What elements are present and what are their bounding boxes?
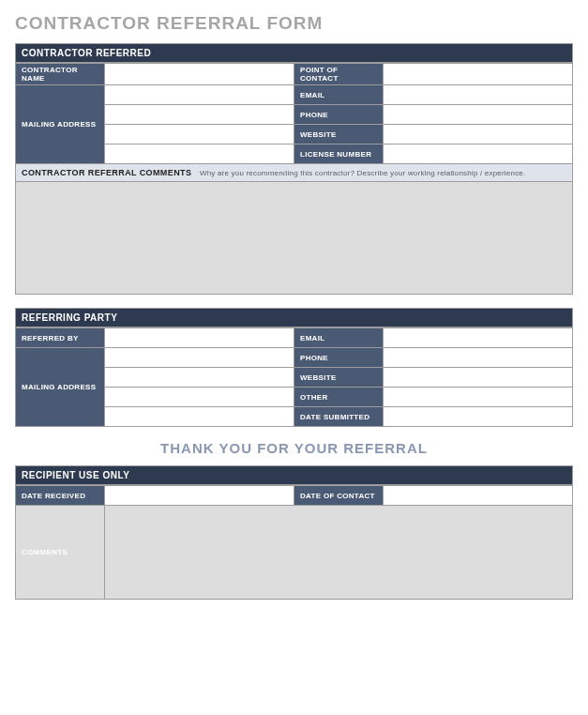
label-email-2: EMAIL (294, 328, 384, 348)
label-contractor-name: CONTRACTOR NAME (16, 64, 105, 85)
input-website-2[interactable] (384, 368, 573, 388)
label-date-received: DATE RECEIVED (16, 486, 105, 506)
comments-header: CONTRACTOR REFERRAL COMMENTS Why are you… (15, 164, 573, 182)
input-mailing-address-3[interactable] (105, 125, 294, 145)
section-header-referring-party: REFERRING PARTY (15, 308, 573, 327)
input-mailing-address-4[interactable] (105, 145, 294, 164)
label-phone: PHONE (294, 105, 384, 125)
input-website[interactable] (384, 125, 573, 145)
section-contractor-referred: CONTRACTOR REFERRED CONTRACTOR NAME POIN… (15, 43, 573, 295)
input-mailing-address-2-2[interactable] (105, 368, 294, 388)
input-date-submitted[interactable] (384, 407, 573, 427)
input-phone[interactable] (384, 105, 573, 125)
input-mailing-address-2[interactable] (105, 105, 294, 125)
recipient-table: DATE RECEIVED DATE OF CONTACT COMMENTS (15, 485, 573, 600)
input-date-of-contact[interactable] (384, 486, 573, 506)
section-header-recipient: RECIPIENT USE ONLY (15, 465, 573, 485)
label-date-submitted: DATE SUBMITTED (294, 407, 384, 427)
label-date-of-contact: DATE OF CONTACT (294, 486, 384, 506)
contractor-referred-table: CONTRACTOR NAME POINT OF CONTACT MAILING… (15, 63, 573, 164)
label-mailing-address-2: MAILING ADDRESS (16, 348, 105, 427)
input-email-2[interactable] (384, 328, 573, 348)
label-phone-2: PHONE (294, 348, 384, 368)
label-website-2: WEBSITE (294, 368, 384, 388)
input-mailing-address-1[interactable] (105, 85, 294, 105)
form-title: CONTRACTOR REFERRAL FORM (15, 13, 573, 34)
label-point-of-contact: POINT OF CONTACT (294, 64, 384, 85)
section-header-contractor-referred: CONTRACTOR REFERRED (15, 43, 573, 63)
section-referring-party: REFERRING PARTY REFERRED BY EMAIL MAILIN… (15, 308, 573, 427)
input-mailing-address-2-4[interactable] (105, 407, 294, 427)
input-mailing-address-2-3[interactable] (105, 388, 294, 407)
referring-party-table: REFERRED BY EMAIL MAILING ADDRESS PHONE … (15, 327, 573, 427)
label-email: EMAIL (294, 85, 384, 105)
label-comments: COMMENTS (16, 506, 105, 600)
comments-label: CONTRACTOR REFERRAL COMMENTS (22, 168, 191, 177)
comments-body[interactable] (15, 182, 573, 295)
section-recipient-use-only: RECIPIENT USE ONLY DATE RECEIVED DATE OF… (15, 465, 573, 600)
input-email[interactable] (384, 85, 573, 105)
input-referred-by[interactable] (105, 328, 294, 348)
input-comments-recipient[interactable] (105, 506, 573, 600)
input-license-number[interactable] (384, 145, 573, 164)
input-phone-2[interactable] (384, 348, 573, 368)
input-contractor-name[interactable] (105, 64, 294, 85)
input-mailing-address-2-1[interactable] (105, 348, 294, 368)
label-referred-by: REFERRED BY (16, 328, 105, 348)
label-other: OTHER (294, 388, 384, 407)
label-mailing-address: MAILING ADDRESS (16, 85, 105, 164)
thank-you-text: THANK YOU FOR YOUR REFERRAL (15, 440, 573, 456)
input-point-of-contact[interactable] (384, 64, 573, 85)
comments-help-text: Why are you recommending this contractor… (200, 169, 525, 177)
label-license-number: LICENSE NUMBER (294, 145, 384, 164)
label-website: WEBSITE (294, 125, 384, 145)
input-date-received[interactable] (105, 486, 294, 506)
input-other[interactable] (384, 388, 573, 407)
